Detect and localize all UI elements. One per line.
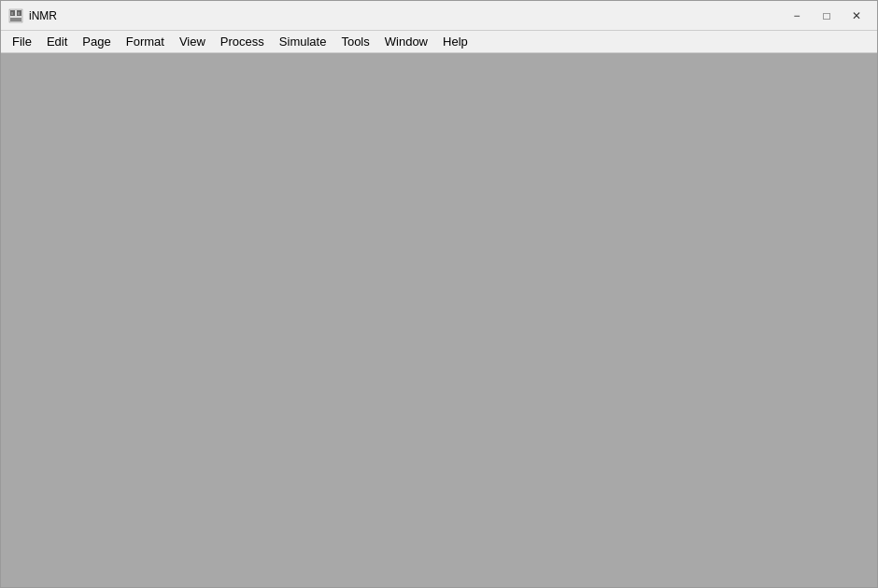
menu-process[interactable]: Process [213, 32, 272, 52]
menu-format[interactable]: Format [119, 32, 172, 52]
menu-page[interactable]: Page [75, 32, 118, 52]
window-controls: − □ ✕ [784, 6, 870, 26]
app-icon [8, 8, 23, 23]
close-button[interactable]: ✕ [843, 6, 870, 26]
title-bar: iNMR − □ ✕ [1, 1, 877, 31]
main-window: iNMR − □ ✕ File Edit Page Format View Pr… [0, 0, 878, 588]
svg-rect-1 [10, 10, 15, 16]
title-bar-left: iNMR [8, 8, 57, 23]
menu-view[interactable]: View [172, 32, 213, 52]
maximize-button[interactable]: □ [814, 6, 840, 26]
menu-window[interactable]: Window [377, 32, 435, 52]
menu-help[interactable]: Help [435, 32, 475, 52]
svg-rect-3 [10, 18, 21, 21]
svg-rect-2 [17, 10, 21, 16]
menu-bar: File Edit Page Format View Process Simul… [1, 31, 877, 53]
main-content [1, 53, 877, 587]
menu-edit[interactable]: Edit [39, 32, 75, 52]
menu-file[interactable]: File [5, 32, 39, 52]
app-title: iNMR [29, 9, 57, 22]
menu-tools[interactable]: Tools [333, 32, 376, 52]
minimize-button[interactable]: − [784, 6, 810, 26]
menu-simulate[interactable]: Simulate [272, 32, 334, 52]
